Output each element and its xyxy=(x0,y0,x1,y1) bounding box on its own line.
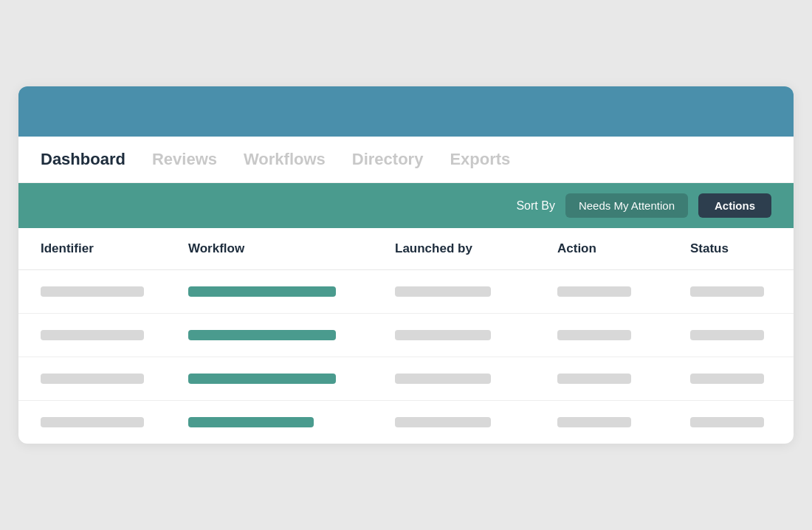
skeleton-identifier xyxy=(41,286,144,297)
skeleton-status xyxy=(690,417,764,427)
skeleton-action xyxy=(557,330,631,340)
skeleton-status xyxy=(690,330,764,340)
header-status: Status xyxy=(690,241,794,256)
nav-item-workflows[interactable]: Workflows xyxy=(244,150,326,169)
skeleton-launched xyxy=(395,330,491,340)
skeleton-workflow xyxy=(188,286,336,297)
nav-item-exports[interactable]: Exports xyxy=(450,150,510,169)
skeleton-launched xyxy=(395,286,491,297)
nav-item-reviews[interactable]: Reviews xyxy=(152,150,217,169)
skeleton-action xyxy=(557,374,631,384)
header-workflow: Workflow xyxy=(188,241,395,256)
nav-item-dashboard[interactable]: Dashboard xyxy=(41,150,125,169)
header-identifier: Identifier xyxy=(41,241,188,256)
actions-button[interactable]: Actions xyxy=(698,193,771,218)
skeleton-identifier xyxy=(41,374,144,384)
skeleton-workflow xyxy=(188,374,336,384)
skeleton-action xyxy=(557,286,631,297)
skeleton-status xyxy=(690,374,764,384)
sort-bar: Sort By Needs My Attention Actions xyxy=(18,183,794,228)
skeleton-workflow xyxy=(188,330,336,340)
table-header: Identifier Workflow Launched by Action S… xyxy=(18,228,794,270)
header-action: Action xyxy=(557,241,690,256)
skeleton-launched xyxy=(395,417,491,427)
skeleton-action xyxy=(557,417,631,427)
needs-attention-button[interactable]: Needs My Attention xyxy=(565,193,688,218)
sort-by-label: Sort By xyxy=(516,199,554,213)
main-card: Dashboard Reviews Workflows Directory Ex… xyxy=(18,86,794,444)
nav-item-directory[interactable]: Directory xyxy=(352,150,424,169)
header-launched-by: Launched by xyxy=(395,241,557,256)
skeleton-launched xyxy=(395,374,491,384)
top-banner xyxy=(18,86,794,137)
skeleton-workflow xyxy=(188,417,314,427)
skeleton-status xyxy=(690,286,764,297)
table-row xyxy=(18,357,794,401)
table-row xyxy=(18,401,794,444)
table-row xyxy=(18,314,794,357)
table-row xyxy=(18,270,794,314)
nav-bar: Dashboard Reviews Workflows Directory Ex… xyxy=(18,137,794,183)
skeleton-identifier xyxy=(41,330,144,340)
skeleton-identifier xyxy=(41,417,144,427)
table: Identifier Workflow Launched by Action S… xyxy=(18,228,794,444)
